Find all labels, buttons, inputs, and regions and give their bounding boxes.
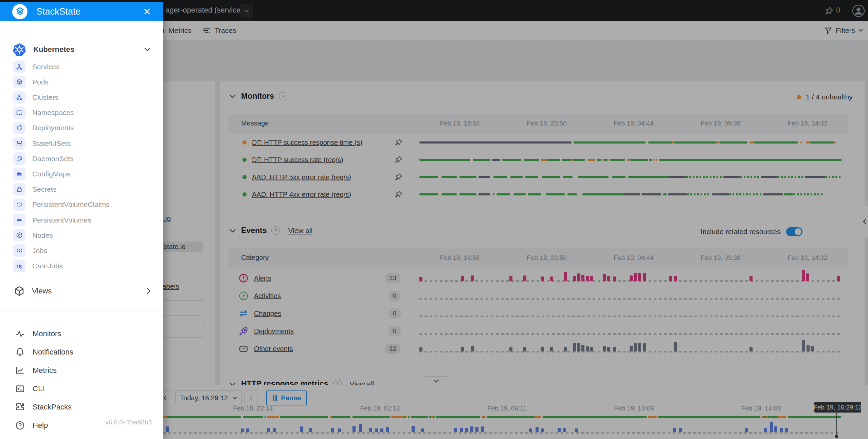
sidebar-item-secrets[interactable]: Secrets [0,182,163,197]
services-icon [13,60,25,73]
sidebar-item-configmaps[interactable]: ConfigMaps [0,166,163,182]
sidebar-item-views[interactable]: Views [0,283,163,300]
drawer-title: StackState [36,6,81,17]
views-label: Views [32,287,52,295]
drawer-divider [0,310,163,310]
screen: ager-operated (service) 0 Metrics Traces… [0,0,868,439]
sidebar-item-kubernetes[interactable]: Kubernetes [0,40,163,59]
sidebar-item-nodes[interactable]: Nodes [0,228,163,243]
chevron-right-icon [146,287,151,295]
sidebar-item-statefulsets[interactable]: StatefulSets [0,136,163,151]
pv-icon [13,214,25,226]
cli-icon [14,384,26,394]
secrets-icon [13,183,25,196]
monitors-icon [14,329,26,339]
sidebar-item-stackpacks[interactable]: StackPacks [0,398,163,416]
kubernetes-label: Kubernetes [33,45,74,54]
drawer-close-button[interactable]: ✕ [141,5,153,18]
statefulsets-icon [13,137,25,150]
sidebar-item-clusters[interactable]: Clusters [0,90,163,105]
sidebar-item-jobs[interactable]: Jobs [0,243,163,258]
sidebar-item-metrics[interactable]: Metrics [0,361,163,380]
stackstate-logo [12,4,28,19]
pods-icon [13,76,25,88]
deployments-icon [13,122,25,134]
jobs-icon [13,244,25,257]
views-icon [14,285,25,297]
nodes-icon [13,229,25,242]
sidebar-item-daemonsets[interactable]: DaemonSets [0,151,163,166]
namespaces-icon [13,107,25,119]
pvc-icon [13,198,25,211]
notifications-icon [14,347,26,357]
sidebar-item-services[interactable]: Services [0,59,163,74]
sidebar-item-persistentvolumes[interactable]: PersistentVolumes [0,212,163,228]
sidebar-item-pods[interactable]: Pods [0,74,163,90]
sidebar-item-persistentvolumeclaims[interactable]: PersistentVolumeClaims [0,197,163,212]
kubernetes-icon [12,42,26,57]
sidebar-item-deployments[interactable]: Deployments [0,120,163,136]
help-icon [14,420,26,431]
metrics-icon [14,365,26,376]
sidebar-item-monitors[interactable]: Monitors [0,325,163,343]
navigation-drawer: StackState ✕ Kubernetes ServicesPodsClus… [0,2,163,439]
sidebar-item-namespaces[interactable]: Namespaces [0,105,163,120]
sidebar-item-cli[interactable]: CLI [0,380,163,398]
stackpacks-icon [14,402,26,412]
configmaps-icon [13,168,25,180]
daemonsets-icon [13,152,25,165]
version-label: v6.0.0+7ba93b3 [105,419,152,426]
drawer-header: StackState ✕ [0,2,163,21]
cronjobs-icon [13,260,25,272]
clusters-icon [13,91,25,103]
sidebar-item-notifications[interactable]: Notifications [0,343,163,361]
sidebar-item-cronjobs[interactable]: CronJobs [0,259,163,274]
chevron-down-icon [144,47,151,52]
